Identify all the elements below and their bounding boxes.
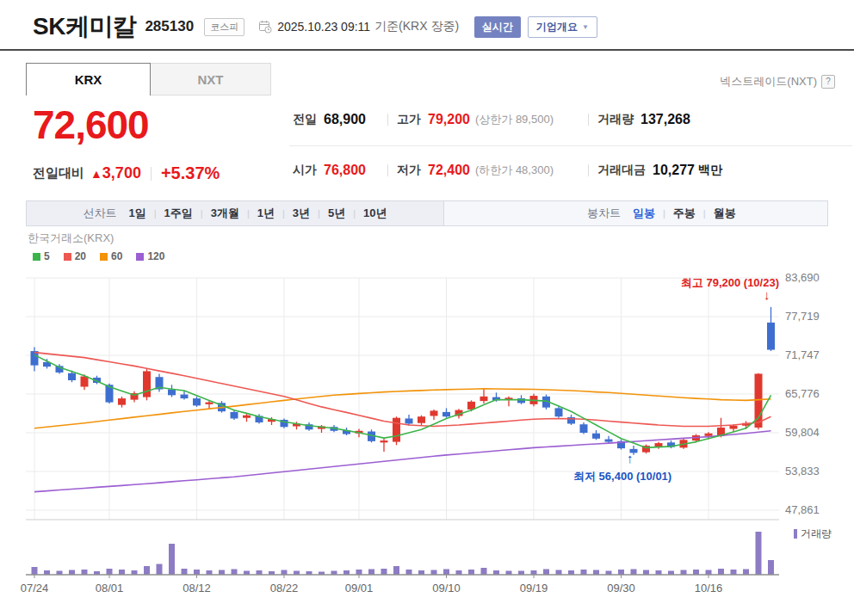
stats-row-1: 전일 68,900 고가 79,200 (상한가 89,500) 거래량 137… [293, 109, 690, 130]
stat-separator [588, 164, 589, 176]
toolbar-separator: | [154, 208, 157, 219]
change-percent: +5.37% [161, 163, 220, 183]
company-overview-label: 기업개요 [536, 20, 578, 34]
toolbar-period-6[interactable]: 10년 [363, 206, 387, 221]
stock-code: 285130 [145, 18, 194, 35]
stat-high: 고가 79,200 (상한가 89,500) [397, 112, 579, 127]
y-axis-label: 65,776 [785, 387, 845, 400]
calendar-clock-icon [258, 20, 272, 34]
quote-datetime: 2025.10.23 09:11 [277, 20, 370, 34]
x-axis-label: 09/10 [419, 582, 474, 594]
ma-legend-label: 5 [44, 250, 50, 262]
up-triangle-icon: ▲ [90, 167, 102, 181]
toolbar-candle-type-2[interactable]: 월봉 [714, 206, 736, 221]
toolbar-period-3[interactable]: 1년 [257, 206, 275, 221]
volume-series [32, 532, 775, 575]
stat-trade-value: 거래대금 10,277 백만 [597, 163, 722, 178]
candlestick-series [31, 307, 776, 455]
ma-legend: 52060120 [33, 250, 164, 262]
change-label: 전일대비 [33, 165, 84, 182]
ma-color-swatch [64, 253, 71, 261]
stat-separator [588, 114, 589, 126]
toolbar-period-group: 1일|1주일|3개월|1년|3년|5년|10년 [128, 206, 387, 221]
toolbar-separator: | [663, 208, 665, 219]
stat-volume: 거래량 137,268 [597, 112, 690, 127]
ma-color-swatch [33, 253, 40, 261]
volume-legend-label: 거래량 [801, 527, 832, 541]
toolbar-separator: | [247, 208, 250, 219]
toolbar-candle-type-0[interactable]: 일봉 [633, 206, 655, 221]
x-axis-label: 08/12 [170, 582, 225, 594]
price-change-row: 전일대비 ▲3,700 +5.37% [33, 163, 220, 183]
toolbar-period-5[interactable]: 5년 [328, 206, 345, 221]
change-separator [151, 167, 152, 181]
volume-legend: 거래량 [794, 527, 832, 541]
toolbar-separator: | [703, 208, 706, 219]
toolbar-candle-type-1[interactable]: 주봉 [673, 206, 696, 221]
toolbar-candle-chart-group: 봉차트 일봉|주봉|월봉 [444, 200, 828, 226]
ma-line-ma60 [34, 389, 771, 428]
nextrade-note: 넥스트레이드(NXT) ? [720, 74, 835, 89]
stat-low: 저가 72,400 (하한가 48,300) [397, 163, 579, 178]
ma-legend-item-60: 60 [100, 250, 122, 262]
toolbar-line-chart-group: 선차트 1일|1주일|3개월|1년|3년|5년|10년 [26, 200, 444, 226]
stat-separator [387, 164, 388, 176]
toolbar-period-4[interactable]: 3년 [293, 206, 310, 221]
realtime-button[interactable]: 실시간 [474, 16, 521, 38]
x-axis-label: 09/30 [594, 582, 649, 594]
x-axis-label: 07/24 [7, 582, 62, 594]
ma-legend-label: 20 [75, 250, 86, 262]
toolbar-separator: | [282, 208, 285, 219]
y-axis-label: 71,747 [785, 348, 845, 361]
toolbar-separator: | [201, 208, 203, 219]
toolbar-candle-type-group: 일봉|주봉|월봉 [633, 206, 736, 221]
header-divider [0, 49, 854, 51]
arrow-up-icon: ↑ [627, 451, 634, 465]
toolbar-separator: | [353, 208, 356, 219]
nextrade-note-label: 넥스트레이드(NXT) [720, 74, 817, 89]
company-overview-button[interactable]: 기업개요 ▼ [528, 16, 597, 38]
candle-chart-label: 봉차트 [587, 206, 621, 221]
change-value: ▲3,700 [90, 164, 141, 182]
chevron-down-icon: ▼ [582, 23, 589, 31]
y-axis-label: 83,690 [785, 271, 845, 284]
header: SK케미칼 285130 코스피 2025.10.23 09:11 기준(KRX… [33, 10, 597, 43]
toolbar-period-2[interactable]: 3개월 [211, 206, 239, 221]
stock-detail-page: SK케미칼 285130 코스피 2025.10.23 09:11 기준(KRX… [0, 0, 854, 616]
x-axis-label: 08/22 [257, 582, 312, 594]
stat-separator [387, 114, 388, 126]
ma-color-swatch [136, 253, 144, 261]
high-annotation: 최고 79,200 (10/23) [641, 275, 779, 291]
x-axis-label: 08/01 [82, 582, 137, 594]
tab-krx[interactable]: KRX [26, 63, 151, 95]
chart-source-label: 한국거래소(KRX) [28, 231, 114, 246]
arrow-down-icon: ↓ [764, 287, 770, 302]
volume-bar-icon [794, 529, 797, 539]
x-axis-label: 09/19 [506, 582, 561, 594]
x-axis-label: 09/01 [331, 582, 387, 594]
stat-prev-close: 전일 68,900 [293, 112, 379, 127]
toolbar-separator: | [318, 208, 320, 219]
y-axis-label: 47,861 [785, 503, 845, 516]
market-badge: 코스피 [204, 18, 244, 36]
tab-nxt[interactable]: NXT [151, 63, 271, 95]
ma-legend-item-5: 5 [33, 250, 50, 262]
ma-color-swatch [100, 253, 108, 261]
toolbar-period-0[interactable]: 1일 [128, 206, 145, 221]
ma-legend-label: 60 [111, 250, 122, 262]
ma-legend-label: 120 [147, 250, 164, 262]
stats-divider [289, 145, 852, 146]
stock-name: SK케미칼 [33, 10, 136, 43]
change-amount: 3,700 [102, 164, 141, 182]
stat-open: 시가 76,800 [293, 163, 379, 178]
y-axis-label: 53,833 [785, 465, 845, 477]
ma-legend-item-20: 20 [64, 250, 86, 262]
ma-legend-item-120: 120 [136, 250, 164, 262]
stats-row-2: 시가 76,800 저가 72,400 (하한가 48,300) 거래대금 10… [293, 160, 722, 181]
help-icon[interactable]: ? [821, 75, 835, 89]
line-chart-label: 선차트 [83, 206, 116, 221]
toolbar-period-1[interactable]: 1주일 [164, 206, 193, 221]
y-axis-label: 77,719 [785, 310, 845, 323]
ma-line-ma5 [34, 355, 771, 448]
ma-line-ma20 [34, 353, 771, 427]
